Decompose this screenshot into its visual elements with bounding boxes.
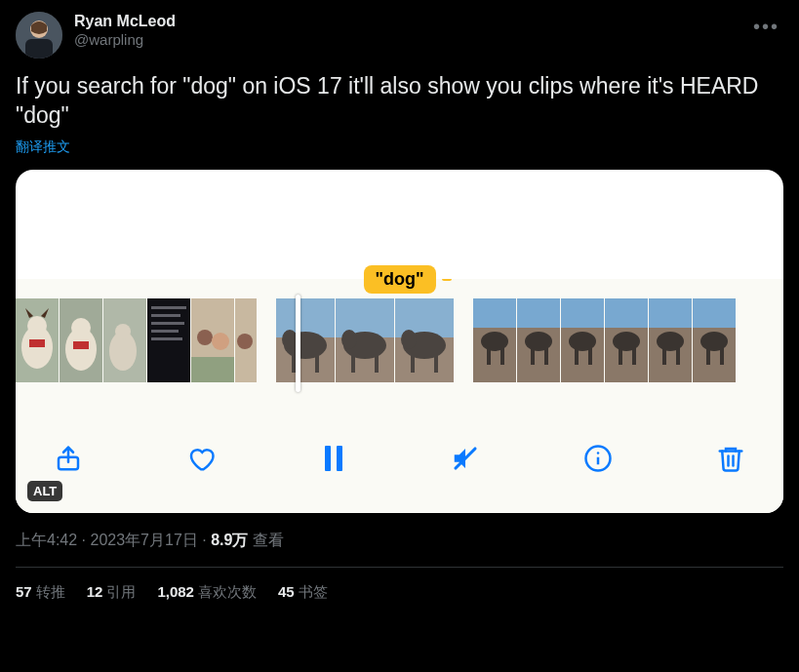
svg-point-80: [597, 452, 600, 455]
translate-link[interactable]: 翻译推文: [16, 138, 783, 156]
clip-frame: [473, 298, 516, 382]
svg-point-21: [197, 330, 213, 345]
more-icon[interactable]: •••: [749, 12, 783, 42]
tweet-meta[interactable]: 上午4:42 · 2023年7月17日 · 8.9万 查看: [16, 531, 783, 551]
svg-rect-73: [720, 347, 724, 365]
clip-frame: [395, 298, 454, 382]
clip-frame: [517, 298, 560, 382]
stats-row: 57转推 12引用 1,082喜欢次数 45书签: [16, 583, 783, 602]
svg-rect-69: [693, 298, 736, 328]
svg-rect-19: [151, 337, 182, 340]
media-controls: [16, 396, 783, 513]
playhead[interactable]: [296, 295, 300, 392]
svg-rect-6: [29, 339, 45, 347]
svg-rect-59: [605, 298, 648, 328]
clip-frame: [16, 298, 59, 382]
svg-rect-36: [351, 353, 355, 373]
svg-point-13: [115, 324, 131, 339]
video-timeline[interactable]: [16, 279, 783, 396]
clip-frame: [605, 298, 648, 382]
svg-rect-2: [25, 39, 53, 59]
svg-rect-37: [375, 353, 379, 373]
clip-group[interactable]: [473, 298, 736, 388]
tweet-time: 上午4:42: [16, 532, 77, 548]
search-term-label: "dog": [363, 265, 435, 294]
svg-rect-54: [561, 298, 604, 328]
trash-icon[interactable]: [711, 439, 750, 478]
heart-icon[interactable]: [181, 439, 220, 478]
svg-rect-42: [411, 353, 415, 373]
clip-frame: [147, 298, 190, 382]
svg-point-9: [71, 318, 91, 337]
clip-frame: [561, 298, 604, 382]
svg-rect-10: [73, 341, 89, 349]
views-label: 查看: [253, 532, 284, 548]
svg-rect-68: [676, 347, 680, 365]
svg-rect-64: [649, 298, 692, 328]
share-icon[interactable]: [49, 439, 88, 478]
svg-rect-17: [151, 322, 184, 325]
svg-rect-53: [544, 347, 548, 365]
mute-icon[interactable]: [446, 439, 485, 478]
svg-point-25: [237, 334, 253, 349]
svg-rect-67: [662, 347, 666, 365]
likes-stat[interactable]: 1,082喜欢次数: [157, 583, 257, 602]
svg-point-35: [341, 330, 357, 349]
display-name: Ryan McLeod: [74, 12, 176, 31]
clip-frame: [649, 298, 692, 382]
handle: @warpling: [74, 31, 176, 50]
clip-frame: [60, 298, 102, 382]
clip-frame: [103, 298, 146, 382]
timeline-marker: [442, 279, 452, 281]
author-block[interactable]: Ryan McLeod @warpling: [74, 12, 176, 50]
svg-rect-49: [517, 298, 560, 328]
retweets-stat[interactable]: 57转推: [16, 583, 65, 602]
clip-group-active[interactable]: [276, 298, 454, 388]
svg-rect-76: [337, 446, 342, 471]
svg-rect-15: [151, 306, 186, 309]
svg-rect-63: [632, 347, 636, 365]
svg-point-22: [212, 333, 229, 350]
media-card[interactable]: "dog": [16, 170, 783, 513]
bookmarks-stat[interactable]: 45书签: [278, 583, 328, 602]
clip-frame: [693, 298, 736, 382]
svg-rect-75: [325, 446, 331, 471]
svg-rect-62: [619, 347, 622, 365]
pause-icon[interactable]: [314, 439, 353, 478]
tweet-header: Ryan McLeod @warpling •••: [16, 12, 783, 59]
clip-frame: [276, 298, 335, 382]
svg-rect-31: [315, 353, 319, 373]
svg-rect-23: [191, 357, 234, 382]
clip-frame: [235, 298, 257, 382]
svg-rect-47: [487, 347, 491, 365]
svg-rect-44: [473, 298, 516, 328]
divider: [16, 567, 783, 568]
svg-point-5: [27, 316, 47, 336]
info-icon[interactable]: [579, 439, 618, 478]
tweet-container: Ryan McLeod @warpling ••• If you search …: [0, 0, 799, 613]
svg-rect-58: [588, 347, 592, 365]
tweet-text: If you search for "dog" on iOS 17 it'll …: [16, 72, 783, 131]
svg-rect-72: [706, 347, 710, 365]
alt-badge[interactable]: ALT: [27, 481, 62, 501]
clip-frame: [191, 298, 234, 382]
svg-rect-16: [151, 314, 180, 317]
svg-rect-52: [531, 347, 535, 365]
clip-group[interactable]: [16, 298, 257, 388]
media-preview-area: "dog": [16, 170, 783, 279]
views-count: 8.9万: [211, 532, 248, 548]
clip-frame: [336, 298, 394, 382]
avatar[interactable]: [16, 12, 62, 59]
quotes-stat[interactable]: 12引用: [87, 583, 137, 602]
svg-rect-57: [575, 347, 579, 365]
svg-point-41: [401, 330, 417, 349]
svg-rect-18: [151, 330, 179, 333]
svg-rect-48: [500, 347, 504, 365]
tweet-date: 2023年7月17日: [90, 532, 197, 548]
svg-rect-43: [434, 353, 438, 373]
